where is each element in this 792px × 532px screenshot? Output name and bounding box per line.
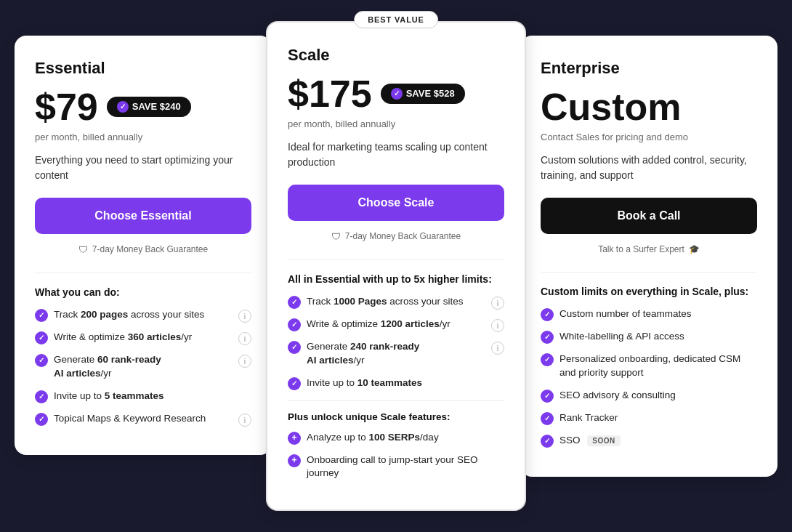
feat-check-icon [541,353,554,366]
feature-row-essential-2: Generate 60 rank-readyAI articles/yr i [35,353,251,390]
shield-icon-scale: 🛡 [331,231,341,242]
info-icon-scale-0[interactable]: i [491,297,504,310]
save-badge-essential: SAVE $240 [107,97,191,117]
billing-essential: per month, billed annually [35,132,251,142]
plan-name-enterprise: Enterprise [541,59,757,78]
info-icon-scale-2[interactable]: i [491,342,504,355]
desc-essential: Everything you need to start optimizing … [35,153,251,183]
price-row-enterprise: Custom [541,88,757,126]
choose-scale-button[interactable]: Choose Scale [288,185,504,221]
feat-check-icon [35,309,48,322]
divider-essential [35,273,251,273]
feature-item-scale-2: Generate 240 rank-readyAI articles/yr [288,340,419,368]
feature-item-enterprise-0: Custom number of teammates [541,307,757,321]
feature-item-scale-0: Track 1000 Pages across your sites [288,295,464,309]
guarantee-scale: 🛡 7-day Money Back Guarantee [288,231,504,242]
feat-plus-icon [288,432,301,445]
feat-check-icon [541,331,554,344]
feat-check-icon [541,435,554,448]
choose-essential-button[interactable]: Choose Essential [35,198,251,234]
feat-check-icon [288,377,301,390]
plan-card-scale: BEST VALUE Scale $175 SAVE $528 per mont… [266,21,526,512]
feature-item-enterprise-5: SSO SOON [541,434,757,448]
feat-check-icon [541,308,554,321]
divider-scale [288,259,504,260]
shield-icon-essential: 🛡 [78,244,88,255]
plan-card-essential: Essential $79 SAVE $240 per month, bille… [15,36,272,455]
desc-enterprise: Custom solutions with added control, sec… [541,153,757,183]
feature-row-essential-1: Write & optimize 360 articles/yr i [35,331,251,353]
info-icon-essential-0[interactable]: i [238,310,251,323]
save-check-icon-scale [391,88,403,100]
price-row-essential: $79 SAVE $240 [35,88,251,126]
feat-plus-icon [288,454,301,467]
feat-check-icon [288,341,301,354]
info-icon-essential-1[interactable]: i [238,332,251,345]
plan-name-essential: Essential [35,59,251,78]
price-enterprise: Custom [541,88,682,126]
feature-row-essential-0: Track 200 pages across your sites i [35,308,251,331]
feature-item-enterprise-1: White-labelling & API access [541,330,757,344]
feature-item-scale-3: Invite up to 10 teammates [288,376,504,390]
feature-item-essential-1: Write & optimize 360 articles/yr [35,331,192,344]
feat-check-icon [35,354,48,367]
sub-divider-scale [288,400,504,401]
plan-card-enterprise: Enterprise Custom Contact Sales for pric… [520,36,777,477]
plan-name-scale: Scale [288,46,504,65]
pricing-section: Essential $79 SAVE $240 per month, bille… [15,21,777,512]
feat-check-icon [35,413,48,426]
feat-check-icon [541,412,554,425]
features-heading-enterprise: Custom limits on everything in Scale, pl… [541,286,757,297]
info-icon-essential-2[interactable]: i [238,355,251,368]
price-essential: $79 [35,88,98,126]
feature-item-enterprise-3: SEO advisory & consulting [541,389,757,403]
billing-scale: per month, billed annually [288,118,504,129]
book-call-button[interactable]: Book a Call [541,198,757,234]
sub-feature-scale-0: Analyze up to 100 SERPs/day [288,431,504,445]
info-icon-essential-4[interactable]: i [238,414,251,427]
feat-check-icon [288,296,301,309]
feature-row-scale-1: Write & optimize 1200 articles/yr i [288,318,504,340]
feature-item-essential-3: Invite up to 5 teammates [35,390,251,403]
feat-check-icon [35,331,48,344]
divider-enterprise [541,272,757,273]
features-heading-scale: All in Essential with up to 5x higher li… [288,273,504,285]
feature-row-scale-2: Generate 240 rank-readyAI articles/yr i [288,340,504,376]
expert-icon: 🎓 [689,244,700,254]
feature-item-essential-2: Generate 60 rank-readyAI articles/yr [35,353,161,381]
feature-item-scale-1: Write & optimize 1200 articles/yr [288,318,450,331]
price-scale: $175 [288,75,372,113]
billing-enterprise: Contact Sales for pricing and demo [541,132,757,142]
feat-check-icon [541,390,554,403]
save-check-icon-essential [117,101,129,113]
features-heading-essential: What you can do: [35,286,251,298]
save-badge-scale: SAVE $528 [381,84,465,104]
feature-item-enterprise-4: Rank Tracker [541,411,757,425]
feature-item-essential-0: Track 200 pages across your sites [35,308,204,322]
feature-item-essential-4: Topical Maps & Keyword Research [35,412,206,426]
feat-check-icon [35,390,48,403]
price-row-scale: $175 SAVE $528 [288,75,504,113]
best-value-badge: BEST VALUE [354,11,438,28]
desc-scale: Ideal for marketing teams scaling up con… [288,140,504,170]
guarantee-essential: 🛡 7-day Money Back Guarantee [35,244,251,255]
feature-item-enterprise-2: Personalized onboarding, dedicated CSM a… [541,352,757,380]
soon-badge: SOON [587,435,620,446]
info-icon-scale-1[interactable]: i [491,319,504,332]
guarantee-enterprise: Talk to a Surfer Expert 🎓 [541,244,757,254]
feature-row-scale-0: Track 1000 Pages across your sites i [288,295,504,318]
sub-features-heading-scale: Plus unlock unique Scale features: [288,411,504,422]
sub-feature-scale-1: Onboarding call to jump-start your SEO j… [288,454,504,481]
feat-check-icon [288,318,301,331]
feature-row-essential-4: Topical Maps & Keyword Research i [35,412,251,435]
